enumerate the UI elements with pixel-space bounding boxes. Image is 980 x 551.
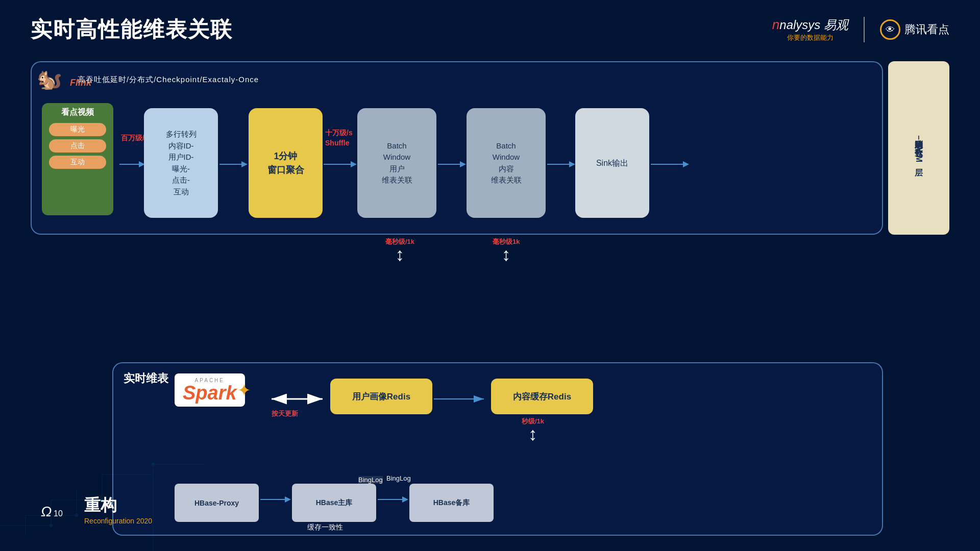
- binlog-label: BingLog: [358, 476, 383, 484]
- logo-divider: [864, 17, 865, 42]
- batch-content-box: Batch Window 内容 维表关联: [467, 108, 546, 218]
- window-box: 1分钟 窗口聚合: [249, 108, 323, 218]
- left-connector: 毫秒级/1k ↕: [385, 237, 414, 263]
- arrow-down-2: ↕: [502, 246, 511, 263]
- source-box: 看点视频 曝光 点击 互动: [42, 103, 113, 215]
- spark-main-label: Spark: [183, 383, 237, 403]
- svg-marker-9: [569, 161, 575, 167]
- svg-marker-20: [402, 496, 408, 503]
- second-level-connector: 秒级/1k ↕: [522, 417, 544, 442]
- header: 实时高性能维表关联 nnalysys 易观 你要的数据能力 腾讯看点: [31, 15, 949, 44]
- analysys-sub: 你要的数据能力: [787, 33, 834, 42]
- redis-redis-arrow: [434, 391, 490, 407]
- arrow-2: [219, 159, 248, 171]
- svg-text:Ω: Ω: [41, 504, 52, 519]
- content-redis-box: 内容缓存Redis: [491, 379, 593, 414]
- msg-queue-box: 消息队列－数仓DWM层: [888, 61, 949, 235]
- spark-star-icon: ✦: [237, 381, 251, 400]
- arrow-3: [324, 159, 357, 171]
- tencent-label: 腾讯看点: [904, 22, 949, 37]
- spark-main-logo: Spark ✦: [183, 383, 237, 403]
- daily-update-label: 按天更新: [272, 409, 298, 418]
- hbase-main-box: HBase主库: [292, 484, 376, 522]
- year-logo: Ω 10: [41, 493, 82, 525]
- cache-consistency-label: 缓存一致性: [307, 523, 343, 532]
- svg-text:10: 10: [54, 509, 63, 518]
- svg-marker-3: [241, 161, 248, 167]
- msg-queue-label: 消息队列－数仓DWM层: [912, 134, 925, 162]
- binlog-above: BingLog: [386, 474, 411, 482]
- analysys-logo: nnalysys 易观 你要的数据能力: [772, 17, 848, 42]
- hbase-backup-box: HBase备库: [409, 484, 494, 522]
- arrow-hbase-main-backup: [378, 494, 408, 507]
- event-subtitle: Reconfiguration 2020: [84, 517, 152, 525]
- arrow-4: [438, 159, 466, 171]
- user-redis-box: 用户画像Redis: [330, 379, 432, 414]
- arrow-6: [651, 159, 689, 171]
- event-label-area: 重构 Reconfiguration 2020: [84, 494, 152, 525]
- diagram-container: 🐿️ Flink 高吞吐低延时/分布式/Checkpoint/Exactaly-…: [31, 61, 949, 536]
- bottom-left-area: Ω 10 重构 Reconfiguration 2020: [41, 493, 152, 525]
- right-connector: 毫秒级1k ↕: [493, 237, 520, 263]
- flink-squirrel-icon: 🐿️: [37, 67, 67, 98]
- spark-logo-box: ApAchE Spark ✦: [175, 373, 245, 407]
- tencent-icon: [880, 19, 900, 40]
- spark-redis-arrow: [266, 391, 328, 407]
- batch-user-box: Batch Window 用户 维表关联: [357, 108, 436, 218]
- shuffle-label: Shuffle: [325, 139, 349, 147]
- arrow-down-1: ↕: [396, 246, 405, 263]
- arrow-hbase-proxy-main: [260, 494, 291, 507]
- event-label: 重构: [84, 494, 152, 517]
- tencent-logo: 腾讯看点: [880, 19, 949, 40]
- svg-marker-11: [683, 161, 689, 167]
- arrow-down-3: ↕: [528, 426, 537, 442]
- bottom-section: 实时维表 ApAchE Spark ✦ 按天更新 用户画像Redis: [112, 362, 883, 536]
- transform-box: 多行转列 内容ID- 用户ID- 曝光- 点击- 互动: [144, 108, 218, 218]
- source-tag-exposure: 曝光: [49, 123, 106, 136]
- hbase-proxy-box: HBase-Proxy: [175, 484, 259, 522]
- reconfiguration-logo: Ω 10 重构 Reconfiguration 2020: [41, 493, 152, 525]
- svg-marker-5: [351, 161, 357, 167]
- arrow-1: [119, 159, 145, 171]
- flink-desc: 高吞吐低延时/分布式/Checkpoint/Exactaly-Once: [78, 75, 259, 85]
- source-title: 看点视频: [61, 107, 94, 118]
- logo-area: nnalysys 易观 你要的数据能力 腾讯看点: [772, 17, 949, 42]
- page-title: 实时高性能维表关联: [31, 15, 233, 44]
- source-tag-interact: 互动: [49, 156, 106, 169]
- source-tag-click: 点击: [49, 139, 106, 153]
- arrow-5: [547, 159, 575, 171]
- svg-marker-7: [460, 161, 466, 167]
- analysys-brand: nnalysys 易观: [772, 17, 848, 33]
- sink-box: Sink输出: [575, 108, 649, 218]
- throughput-hundred-thousand: 十万级/s: [325, 129, 353, 138]
- realtime-label: 实时维表: [124, 371, 168, 386]
- top-flow-box: 🐿️ Flink 高吞吐低延时/分布式/Checkpoint/Exactaly-…: [31, 61, 883, 235]
- svg-marker-18: [285, 496, 291, 503]
